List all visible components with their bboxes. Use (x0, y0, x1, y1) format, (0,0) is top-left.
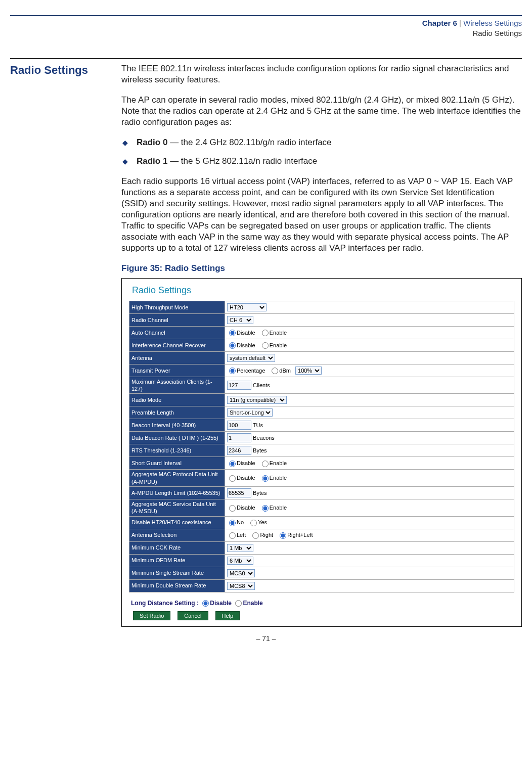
label-dtim: Data Beacon Rate ( DTIM ) (1-255) (129, 432, 225, 444)
row-rts: RTS Threshold (1-2346) Bytes (129, 444, 514, 457)
label-min-cck: Minimum CCK Rate (129, 541, 225, 554)
ht-coex-no-text: No (237, 519, 244, 525)
ant-rightleft-text: Right+Left (287, 532, 313, 538)
input-beacon[interactable] (227, 421, 251, 430)
select-min-ofdm[interactable]: 6 Mb (227, 557, 253, 565)
set-radio-button[interactable]: Set Radio (133, 611, 170, 620)
button-row: Set Radio Cancel Help (133, 611, 514, 620)
label-tx-power: Transmit Power (129, 364, 225, 377)
ampdu-disable-text: Disable (237, 475, 255, 481)
label-min-ss: Minimum Single Stream Rate (129, 567, 225, 579)
radio-auto-channel-disable[interactable] (229, 330, 236, 336)
row-sgi: Short Guard Interval Disable Enable (129, 457, 514, 470)
label-ht-coex: Disable HT20/HT40 coexistance (129, 516, 225, 529)
select-min-cck[interactable]: 1 Mb (227, 544, 253, 552)
row-ant-sel: Antenna Selection Left Right Right+Left (129, 529, 514, 541)
header-text: Chapter 6 | Wireless Settings Radio Sett… (10, 18, 522, 38)
para-2: The AP can operate in several radio mode… (121, 95, 522, 128)
input-ampdu-len[interactable] (227, 488, 251, 497)
row-ampdu-len: A-MPDU Length Limit (1024-65535) Bytes (129, 486, 514, 499)
longdist-enable-text: Enable (243, 600, 262, 607)
select-preamble[interactable]: Short-or-Long (227, 408, 273, 417)
row-ht-mode: High Throughput Mode HT20 (129, 301, 514, 313)
input-dtim[interactable] (227, 433, 251, 442)
label-radio-mode: Radio Mode (129, 394, 225, 406)
header-separator: | (459, 19, 463, 27)
label-min-ofdm: Minimum OFDM Rate (129, 554, 225, 567)
select-tx-power[interactable]: 100% (295, 367, 322, 375)
row-min-ds: Minimum Double Stream Rate MCS8 (129, 579, 514, 592)
select-min-ss[interactable]: MCS0 (227, 569, 255, 577)
cancel-button[interactable]: Cancel (178, 611, 208, 620)
para-1: The IEEE 802.11n wireless interfaces inc… (121, 63, 522, 85)
radio-tx-dbm[interactable] (272, 368, 278, 374)
radio-auto-channel-enable[interactable] (262, 330, 269, 336)
row-radio-mode: Radio Mode 11n (g compatible) (129, 394, 514, 406)
bullet-radio1: Radio 1 — the 5 GHz 802.11a/n radio inte… (121, 156, 522, 167)
figure-panel-title: Radio Settings (132, 285, 514, 296)
radio-ant-right[interactable] (252, 532, 259, 539)
radio-ampdu-disable[interactable] (229, 475, 236, 482)
figure-frame: Radio Settings High Throughput Mode HT20… (121, 278, 522, 627)
row-auto-channel: Auto Channel Disable Enable (129, 326, 514, 339)
radio-longdist-disable[interactable] (202, 600, 209, 607)
bullet-radio1-rest: — the 5 GHz 802.11a/n radio interface (167, 156, 317, 166)
radio-icr-disable[interactable] (229, 342, 236, 349)
page-footer: – 71 – (10, 634, 522, 643)
bullet-radio0: Radio 0 — the 2.4 GHz 802.11b/g/n radio … (121, 137, 522, 148)
tx-percentage-text: Percentage (237, 368, 265, 374)
para-3: Each radio supports 16 virtual access po… (121, 176, 522, 254)
long-distance-row: Long Distance Setting : Disable Enable (131, 600, 514, 608)
row-preamble: Preamble Length Short-or-Long (129, 406, 514, 419)
chapter-title: Wireless Settings (463, 19, 522, 27)
row-tx-power: Transmit Power Percentage dBm 100% (129, 364, 514, 377)
label-ht-mode: High Throughput Mode (129, 301, 225, 313)
label-max-assoc: Maximum Association Clients (1-127) (129, 377, 225, 394)
label-ampdu: Aggregate MAC Protocol Data Unit (A-MPDU… (129, 470, 225, 487)
radio-amsdu-enable[interactable] (262, 505, 269, 512)
radio-tx-percentage[interactable] (229, 368, 236, 374)
label-min-ds: Minimum Double Stream Rate (129, 579, 225, 592)
radio-amsdu-disable[interactable] (229, 505, 236, 512)
bullet-radio1-bold: Radio 1 (137, 156, 167, 166)
label-antenna: Antenna (129, 351, 225, 364)
radio-sgi-enable[interactable] (262, 461, 269, 467)
label-auto-channel: Auto Channel (129, 326, 225, 339)
bullet-radio0-rest: — the 2.4 GHz 802.11b/g/n radio interfac… (167, 138, 331, 147)
ant-right-text: Right (260, 532, 273, 538)
auto-channel-enable-text: Enable (270, 330, 287, 336)
label-radio-channel: Radio Channel (129, 313, 225, 326)
section-body: The IEEE 802.11n wireless interfaces inc… (121, 63, 522, 627)
input-rts[interactable] (227, 446, 251, 455)
row-min-cck: Minimum CCK Rate 1 Mb (129, 541, 514, 554)
radio-longdist-enable[interactable] (235, 600, 242, 607)
header-subtitle: Radio Settings (472, 29, 522, 37)
row-antenna: Antenna system default (129, 351, 514, 364)
radio-ant-left[interactable] (229, 532, 236, 539)
settings-table: High Throughput Mode HT20 Radio Channel … (129, 301, 514, 592)
select-radio-channel[interactable]: CH 6 (227, 316, 253, 324)
radio-icr-enable[interactable] (262, 342, 269, 349)
select-ht-mode[interactable]: HT20 (227, 303, 267, 311)
label-rts: RTS Threshold (1-2346) (129, 444, 225, 457)
amsdu-disable-text: Disable (237, 505, 255, 511)
radio-ampdu-enable[interactable] (262, 475, 269, 482)
select-min-ds[interactable]: MCS8 (227, 582, 255, 590)
input-max-assoc[interactable] (227, 381, 251, 390)
row-ampdu: Aggregate MAC Protocol Data Unit (A-MPDU… (129, 470, 514, 487)
sgi-disable-text: Disable (237, 460, 255, 466)
select-radio-mode[interactable]: 11n (g compatible) (227, 396, 287, 404)
select-antenna[interactable]: system default (227, 354, 275, 362)
radio-sgi-disable[interactable] (229, 461, 236, 467)
section-rule (10, 58, 522, 59)
radio-ht-coex-yes[interactable] (250, 520, 257, 526)
help-button[interactable]: Help (215, 611, 240, 620)
radio-ant-rightleft[interactable] (280, 532, 286, 539)
row-dtim: Data Beacon Rate ( DTIM ) (1-255) Beacon… (129, 432, 514, 444)
ampdu-enable-text: Enable (270, 475, 287, 481)
radio-ht-coex-no[interactable] (229, 520, 236, 526)
row-radio-channel: Radio Channel CH 6 (129, 313, 514, 326)
sgi-enable-text: Enable (270, 460, 287, 466)
longdist-disable-text: Disable (210, 600, 232, 607)
unit-rts: Bytes (253, 447, 267, 453)
